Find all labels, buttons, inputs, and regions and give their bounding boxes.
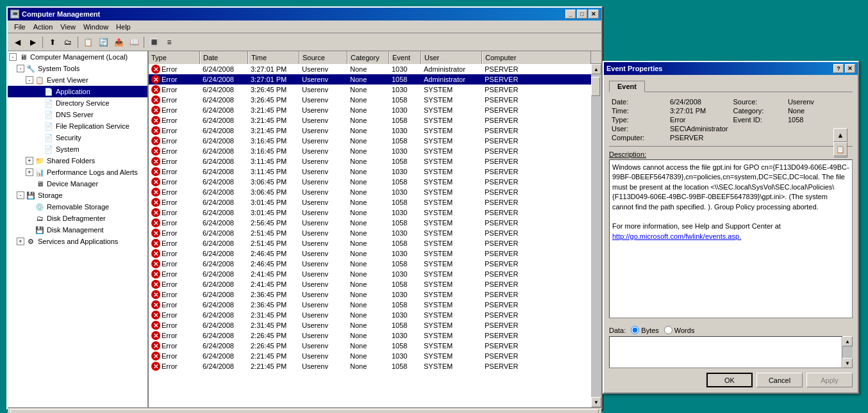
tree-item-device-manager[interactable]: 🖥 Device Manager bbox=[8, 178, 147, 190]
close-button[interactable]: ✕ bbox=[588, 10, 599, 19]
expand-icon-storage[interactable]: - bbox=[17, 191, 24, 199]
menu-view[interactable]: View bbox=[56, 22, 79, 32]
tree-item-security[interactable]: 📄 Security bbox=[8, 132, 147, 143]
copy-button[interactable]: 📋 bbox=[833, 142, 847, 156]
refresh-button[interactable]: 🔄 bbox=[96, 35, 110, 49]
ok-button[interactable]: OK bbox=[706, 373, 753, 387]
tree-item-application[interactable]: 📄 Application bbox=[8, 86, 147, 97]
expand-icon-system-tools[interactable]: - bbox=[17, 65, 24, 72]
table-row[interactable]: ✕Error6/24/20083:01:45 PMUserenvNone1058… bbox=[149, 197, 591, 207]
table-row[interactable]: ✕Error6/24/20082:36:45 PMUserenvNone1058… bbox=[149, 300, 591, 310]
table-row[interactable]: ✕Error6/24/20083:06:45 PMUserenvNone1030… bbox=[149, 187, 591, 197]
minimize-button[interactable]: _ bbox=[565, 10, 576, 19]
menu-action[interactable]: Action bbox=[29, 22, 57, 32]
col-header-date[interactable]: Date bbox=[200, 51, 248, 64]
tree-item-computer-management[interactable]: - 🖥 Computer Management (Local) bbox=[8, 51, 147, 63]
table-row[interactable]: ✕Error6/24/20082:31:45 PMUserenvNone1030… bbox=[149, 310, 591, 320]
tree-item-storage[interactable]: - 💾 Storage bbox=[8, 190, 147, 201]
col-header-computer[interactable]: Computer bbox=[482, 51, 591, 64]
prev-event-button[interactable]: ▲ bbox=[833, 128, 847, 142]
words-radio[interactable] bbox=[664, 326, 672, 334]
table-row[interactable]: ✕Error6/24/20083:21:45 PMUserenvNone1030… bbox=[149, 126, 591, 136]
menu-window[interactable]: Window bbox=[79, 22, 112, 32]
expand-icon-computer-management[interactable]: - bbox=[9, 53, 17, 61]
show-hide-button[interactable]: 🗂 bbox=[61, 35, 75, 49]
table-row[interactable]: ✕Error6/24/20083:27:01 PMUserenvNone1030… bbox=[149, 64, 591, 74]
data-scroll-up[interactable]: ▲ bbox=[842, 336, 853, 346]
col-header-time[interactable]: Time bbox=[248, 51, 299, 64]
tree-item-disk-management[interactable]: 💾 Disk Management bbox=[8, 224, 147, 236]
help-link[interactable]: http://go.microsoft.com/fwlink/events.as… bbox=[612, 232, 741, 240]
scroll-down-button[interactable]: ▼ bbox=[591, 397, 601, 407]
tree-item-disk-defragmenter[interactable]: 🗂 Disk Defragmenter bbox=[8, 213, 147, 224]
table-row[interactable]: ✕Error6/24/20082:51:45 PMUserenvNone1030… bbox=[149, 228, 591, 238]
tree-item-file-replication-service[interactable]: 📄 File Replication Service bbox=[8, 120, 147, 132]
properties-button[interactable]: 📋 bbox=[81, 35, 95, 49]
table-row[interactable]: ✕Error6/24/20082:46:45 PMUserenvNone1058… bbox=[149, 259, 591, 269]
dialog-close-button[interactable]: ✕ bbox=[845, 64, 855, 73]
table-row[interactable]: ✕Error6/24/20083:11:45 PMUserenvNone1058… bbox=[149, 156, 591, 166]
view-button[interactable]: 🔳 bbox=[147, 35, 161, 49]
scroll-track[interactable] bbox=[591, 74, 601, 397]
table-row[interactable]: ✕Error6/24/20082:36:45 PMUserenvNone1030… bbox=[149, 289, 591, 300]
col-header-user[interactable]: User bbox=[421, 51, 482, 64]
table-row[interactable]: ✕Error6/24/20083:26:45 PMUserenvNone1030… bbox=[149, 85, 591, 95]
apply-button[interactable]: Apply bbox=[806, 373, 853, 387]
tree-item-directory-service[interactable]: 📄 Directory Service bbox=[8, 97, 147, 109]
table-row[interactable]: ✕Error6/24/20083:06:45 PMUserenvNone1058… bbox=[149, 177, 591, 187]
tab-event[interactable]: Event bbox=[609, 81, 645, 92]
dialog-help-button[interactable]: ? bbox=[833, 64, 844, 73]
tree-item-event-viewer[interactable]: - 📋 Event Viewer bbox=[8, 74, 147, 86]
table-row[interactable]: ✕Error6/24/20082:51:45 PMUserenvNone1058… bbox=[149, 238, 591, 248]
scroll-thumb[interactable] bbox=[591, 77, 600, 96]
table-row[interactable]: ✕Error6/24/20083:16:45 PMUserenvNone1058… bbox=[149, 136, 591, 146]
menu-help[interactable]: Help bbox=[112, 22, 135, 32]
table-row[interactable]: ✕Error6/24/20083:26:45 PMUserenvNone1058… bbox=[149, 95, 591, 105]
cancel-button[interactable]: Cancel bbox=[756, 373, 803, 387]
tree-item-performance-logs[interactable]: + 📊 Performance Logs and Alerts bbox=[8, 166, 147, 178]
expand-icon-services[interactable]: + bbox=[17, 238, 24, 245]
expand-icon-event-viewer[interactable]: - bbox=[26, 76, 33, 84]
scroll-up-button[interactable]: ▲ bbox=[591, 64, 601, 74]
tree-item-services-and-applications[interactable]: + ⚙ Services and Applications bbox=[8, 236, 147, 247]
table-row[interactable]: ✕Error6/24/20082:26:45 PMUserenvNone1058… bbox=[149, 341, 591, 351]
menu-file[interactable]: File bbox=[10, 22, 29, 32]
table-row[interactable]: ✕Error6/24/20082:46:45 PMUserenvNone1030… bbox=[149, 248, 591, 259]
col-header-category[interactable]: Category bbox=[347, 51, 389, 64]
table-row[interactable]: ✕Error6/24/20082:26:45 PMUserenvNone1030… bbox=[149, 330, 591, 341]
col-header-type[interactable]: Type bbox=[149, 51, 200, 64]
tree-item-system[interactable]: 📄 System bbox=[8, 143, 147, 155]
expand-icon-performance[interactable]: + bbox=[26, 168, 33, 176]
forward-button[interactable]: ▶ bbox=[26, 35, 40, 49]
table-row[interactable]: ✕Error6/24/20082:31:45 PMUserenvNone1058… bbox=[149, 320, 591, 330]
view-list-button[interactable]: ≡ bbox=[162, 35, 176, 49]
bytes-radio-label[interactable]: Bytes bbox=[631, 326, 659, 334]
col-header-event[interactable]: Event bbox=[389, 51, 421, 64]
up-button[interactable]: ⬆ bbox=[46, 35, 60, 49]
help-button[interactable]: 📖 bbox=[127, 35, 141, 49]
table-row[interactable]: ✕Error6/24/20082:21:45 PMUserenvNone1030… bbox=[149, 351, 591, 361]
table-row[interactable]: ✕Error6/24/20083:21:45 PMUserenvNone1058… bbox=[149, 115, 591, 126]
table-row[interactable]: ✕Error6/24/20082:41:45 PMUserenvNone1030… bbox=[149, 269, 591, 279]
tree-item-dns-server[interactable]: 📄 DNS Server bbox=[8, 109, 147, 120]
words-radio-label[interactable]: Words bbox=[664, 326, 695, 334]
table-row[interactable]: ✕Error6/24/20083:16:45 PMUserenvNone1030… bbox=[149, 146, 591, 156]
vertical-scrollbar[interactable]: ▲ ▼ bbox=[591, 64, 601, 407]
data-scroll-down[interactable]: ▼ bbox=[842, 358, 853, 368]
tree-item-system-tools[interactable]: - 🔧 System Tools bbox=[8, 63, 147, 74]
expand-icon-shared-folders[interactable]: + bbox=[26, 157, 33, 165]
col-header-source[interactable]: Source bbox=[299, 51, 347, 64]
table-row[interactable]: ✕Error6/24/20083:11:45 PMUserenvNone1030… bbox=[149, 166, 591, 177]
data-scrollbar[interactable]: ▲ ▼ bbox=[842, 336, 853, 368]
table-row[interactable]: ✕Error6/24/20082:56:45 PMUserenvNone1058… bbox=[149, 218, 591, 228]
tree-item-removable-storage[interactable]: 💿 Removable Storage bbox=[8, 201, 147, 213]
table-row[interactable]: ✕Error6/24/20082:41:45 PMUserenvNone1058… bbox=[149, 279, 591, 289]
export-button[interactable]: 📤 bbox=[112, 35, 126, 49]
list-body[interactable]: ✕Error6/24/20083:27:01 PMUserenvNone1030… bbox=[149, 64, 591, 407]
tree-item-shared-folders[interactable]: + 📁 Shared Folders bbox=[8, 155, 147, 166]
bytes-radio[interactable] bbox=[631, 326, 639, 334]
maximize-button[interactable]: □ bbox=[577, 10, 587, 19]
table-row[interactable]: ✕Error6/24/20083:21:45 PMUserenvNone1030… bbox=[149, 105, 591, 115]
back-button[interactable]: ◀ bbox=[10, 35, 24, 49]
table-row[interactable]: ✕Error6/24/20083:01:45 PMUserenvNone1030… bbox=[149, 207, 591, 218]
